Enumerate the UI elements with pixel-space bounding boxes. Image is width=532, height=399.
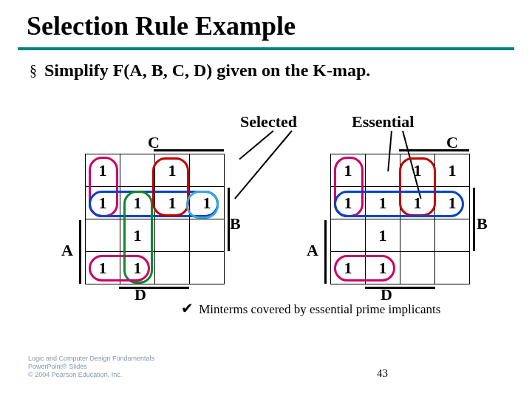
copyright-line: Logic and Computer Design Fundamentals [28,355,154,363]
kmap-cell [155,252,190,284]
kmap-cell: 1 [331,252,366,284]
kmap-cell: 1 [190,187,225,219]
check-icon: ✔ [181,300,194,316]
kmap-cell [155,219,190,252]
kmap-cell [400,252,435,284]
kmap-cell: 1 [155,154,190,187]
kmap-cell: 1 [400,154,435,187]
kmap-cell: 1 [435,187,470,219]
kmap-cell [86,219,120,252]
copyright-block: Logic and Computer Design Fundamentals P… [28,355,154,379]
kmap-cell [190,252,225,284]
kmap-cell: 1 [331,187,366,219]
label-b-right: B [477,214,488,233]
kmap-cell [331,219,366,252]
label-b-left: B [230,214,241,233]
kmap-cell: 1 [86,154,120,187]
bracket-a-right [324,220,327,284]
kmap-cell [435,219,470,252]
table-row: 1 1 [86,154,225,187]
label-selected: Selected [240,112,297,132]
kmap-cell [366,154,400,187]
label-essential: Essential [352,112,414,132]
kmap-cell [435,252,470,284]
table-row: 1 1 [331,252,470,284]
copyright-line: © 2004 Pearson Education, Inc. [28,371,154,379]
table-row: 1 [86,219,225,252]
bracket-a-left [79,220,81,284]
footer-text: Minterms covered by essential prime impl… [199,302,440,316]
arrow-selected-2 [234,130,293,199]
table-row: 1 1 1 [331,154,470,187]
kmap-cell [120,154,155,187]
bullet-glyph: § [30,59,37,81]
table-row: 1 1 [86,252,225,284]
copyright-line: PowerPoint® Slides [28,363,154,371]
kmap-cell: 1 [120,252,155,284]
bracket-d-right [365,287,435,289]
label-a-left: A [61,241,73,260]
footer-minterms: ✔ Minterms covered by essential prime im… [181,299,440,317]
kmap-cell: 1 [120,219,155,252]
bullet-text: Simplify F(A, B, C, D) given on the K-ma… [44,59,473,81]
kmap-cell: 1 [155,187,190,219]
label-a-right: A [307,241,318,260]
kmap-cell: 1 [400,187,435,219]
page-number: 43 [377,367,388,380]
arrow-selected-1 [239,130,273,160]
kmap-cell [190,219,225,252]
bracket-b-left [228,188,230,251]
kmap-cell: 1 [331,154,366,187]
kmap-cell: 1 [86,252,120,284]
table-row: 1 1 1 1 [331,187,470,219]
bracket-c-right [399,149,469,151]
kmap-left: 1 1 1 1 1 1 1 1 1 [85,154,225,284]
kmap-cell [400,219,435,252]
bracket-b-right [473,188,475,251]
kmap-cell: 1 [120,187,155,219]
kmap-cell: 1 [366,252,400,284]
kmap-cell: 1 [435,154,470,187]
kmap-cell: 1 [86,187,120,219]
bullet-item: § Simplify F(A, B, C, D) given on the K-… [30,59,511,81]
kmap-cell: 1 [366,187,400,219]
bracket-c-left [154,149,224,151]
slide-title: Selection Rule Example [0,0,532,43]
table-row: 1 1 1 1 [86,187,225,219]
kmap-right: 1 1 1 1 1 1 1 1 1 1 [330,154,470,284]
table-row: 1 [331,219,470,252]
bracket-d-left [119,287,189,289]
kmap-cell [190,154,225,187]
kmap-cell: 1 [366,219,400,252]
